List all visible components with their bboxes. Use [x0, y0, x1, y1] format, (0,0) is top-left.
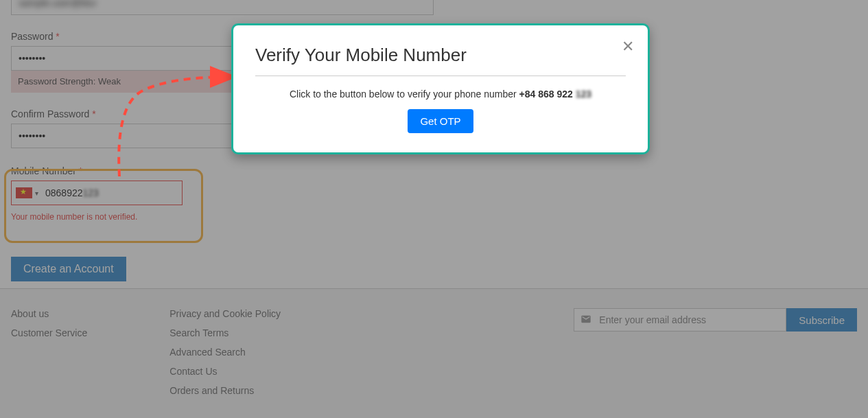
get-otp-button[interactable]: Get OTP: [408, 109, 473, 133]
modal-phone: +84 868 922 123: [519, 89, 592, 100]
modal-body: Click to the button below to verify your…: [255, 76, 626, 133]
close-icon[interactable]: ✕: [622, 38, 634, 56]
modal-title: Verify Your Mobile Number: [255, 45, 626, 76]
verify-mobile-modal: ✕ Verify Your Mobile Number Click to the…: [231, 23, 650, 154]
modal-text: Click to the button below to verify your…: [290, 89, 519, 100]
